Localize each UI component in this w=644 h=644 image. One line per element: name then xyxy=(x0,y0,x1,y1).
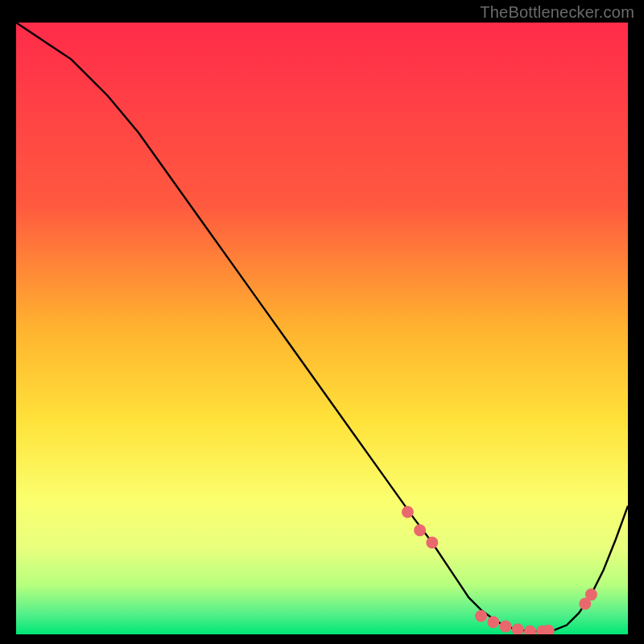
marker-dot xyxy=(487,616,499,628)
attribution-text: TheBottlenecker.com xyxy=(480,3,634,22)
marker-dot xyxy=(426,537,438,549)
marker-dot xyxy=(414,524,426,536)
marker-dot xyxy=(402,506,414,518)
gradient-background xyxy=(16,23,628,634)
plot-area xyxy=(16,23,628,634)
chart-svg xyxy=(16,23,628,634)
marker-dot xyxy=(475,610,487,622)
marker-dot xyxy=(500,621,512,633)
chart-root: TheBottlenecker.com xyxy=(0,0,644,644)
marker-dot xyxy=(585,588,597,601)
